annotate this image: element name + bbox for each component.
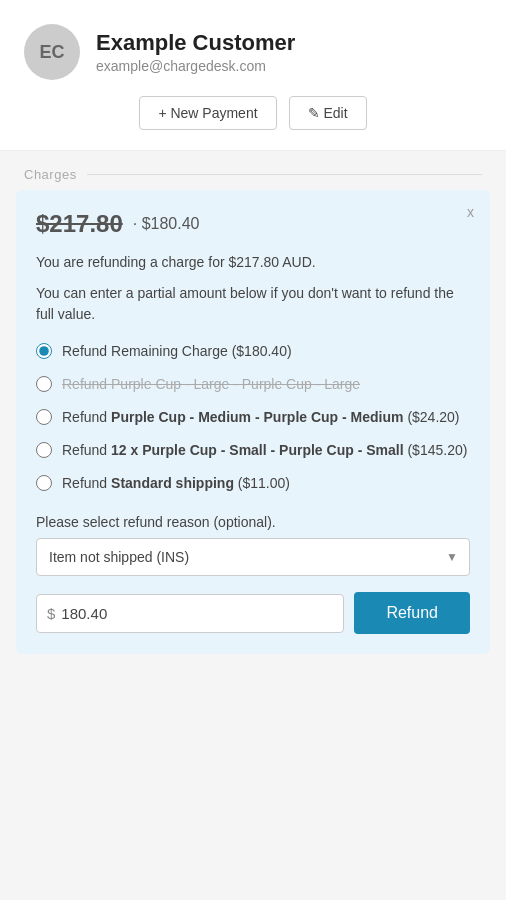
reason-select[interactable]: Item not shipped (INS) Duplicate charge … xyxy=(36,538,470,576)
radio-input-3[interactable] xyxy=(36,409,52,425)
avatar-row: EC Example Customer example@chargedesk.c… xyxy=(24,24,295,80)
charges-section-label: Charges xyxy=(0,151,506,190)
radio-option-3[interactable]: Refund Purple Cup - Medium - Purple Cup … xyxy=(36,407,470,428)
action-buttons: + New Payment ✎ Edit xyxy=(139,96,366,130)
radio-label-2: Refund Purple Cup - Large - Purple Cup -… xyxy=(62,374,360,395)
radio-input-5[interactable] xyxy=(36,475,52,491)
original-price: $217.80 xyxy=(36,210,123,238)
radio-label-1: Refund Remaining Charge ($180.40) xyxy=(62,341,292,362)
radio-input-4[interactable] xyxy=(36,442,52,458)
amount-input[interactable] xyxy=(61,595,333,632)
price-row: $217.80 · $180.40 xyxy=(36,210,470,238)
radio-label-3: Refund Purple Cup - Medium - Purple Cup … xyxy=(62,407,460,428)
radio-label-4: Refund 12 x Purple Cup - Small - Purple … xyxy=(62,440,467,461)
customer-info: Example Customer example@chargedesk.com xyxy=(96,30,295,74)
refund-button[interactable]: Refund xyxy=(354,592,470,634)
avatar: EC xyxy=(24,24,80,80)
description-line1: You are refunding a charge for $217.80 A… xyxy=(36,252,470,273)
radio-input-1[interactable] xyxy=(36,343,52,359)
radio-option-2[interactable]: Refund Purple Cup - Large - Purple Cup -… xyxy=(36,374,470,395)
radio-option-1[interactable]: Refund Remaining Charge ($180.40) xyxy=(36,341,470,362)
radio-input-2[interactable] xyxy=(36,376,52,392)
description-line2: You can enter a partial amount below if … xyxy=(36,283,470,325)
reason-select-wrapper: Item not shipped (INS) Duplicate charge … xyxy=(36,538,470,576)
customer-name: Example Customer xyxy=(96,30,295,56)
current-price: · $180.40 xyxy=(133,215,200,233)
customer-email: example@chargedesk.com xyxy=(96,58,295,74)
header: EC Example Customer example@chargedesk.c… xyxy=(0,0,506,151)
refund-reason-section: Please select refund reason (optional). … xyxy=(36,514,470,576)
radio-options: Refund Remaining Charge ($180.40) Refund… xyxy=(36,341,470,494)
edit-button[interactable]: ✎ Edit xyxy=(289,96,367,130)
refund-reason-label: Please select refund reason (optional). xyxy=(36,514,470,530)
bottom-row: $ Refund xyxy=(36,592,470,634)
close-button[interactable]: x xyxy=(467,204,474,220)
refund-panel: x $217.80 · $180.40 You are refunding a … xyxy=(16,190,490,654)
radio-option-4[interactable]: Refund 12 x Purple Cup - Small - Purple … xyxy=(36,440,470,461)
radio-option-5[interactable]: Refund Standard shipping ($11.00) xyxy=(36,473,470,494)
dollar-sign-icon: $ xyxy=(47,605,55,622)
amount-input-wrapper: $ xyxy=(36,594,344,633)
new-payment-button[interactable]: + New Payment xyxy=(139,96,276,130)
radio-label-5: Refund Standard shipping ($11.00) xyxy=(62,473,290,494)
